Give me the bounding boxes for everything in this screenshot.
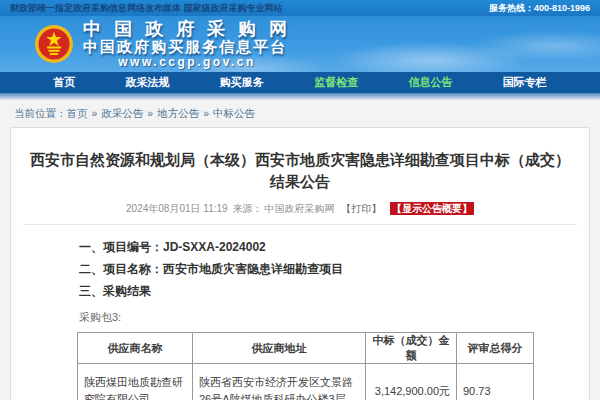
summary-badge[interactable]: 【显示公告概要】 (390, 202, 474, 215)
nav-item-3[interactable]: 购买服务 (220, 75, 264, 90)
site-subtitle: 中国政府购买服务信息平台 (83, 38, 291, 55)
national-emblem-icon (34, 24, 74, 64)
main-nav: 首页政采法规购买服务监督检查信息公告国际专栏 (0, 72, 600, 93)
article-meta: 2024年08月01日 11:19 来源：中国政府采购网 【打印】 【显示公告概… (11, 202, 589, 216)
package-label: 采购包3: (79, 310, 589, 325)
nav-item-5[interactable]: 信息公告 (408, 75, 452, 90)
hotline-label: 服务热线： (489, 3, 534, 13)
content-box: 西安市自然资源和规划局（本级）西安市地质灾害隐患详细勘查项目中标（成交）结果公告… (10, 127, 590, 400)
breadcrumb-label: 当前位置： (14, 107, 67, 121)
page-title-line1: 西安市自然资源和规划局（本级）西安市地质灾害隐患详细勘查项目中标（成交） (30, 151, 570, 168)
article-items: 一、项目编号：JD-SXXA-2024002二、项目名称：西安市地质灾害隐患详细… (79, 240, 589, 299)
site-header: 中 国 政 府 采 购 网 中国政府购买服务信息平台 www.ccgp.gov.… (0, 16, 600, 72)
nav-item-6[interactable]: 国际专栏 (503, 75, 547, 90)
table-header-row: 供应商名称供应商地址中标（成交）金额评审总得分 (78, 333, 534, 364)
cell-score: 90.73 (457, 364, 534, 400)
breadcrumb-item-2[interactable]: 政采公告 (101, 107, 143, 119)
service-hotline: 服务热线：400-810-1996 (489, 2, 590, 15)
result-table: 供应商名称供应商地址中标（成交）金额评审总得分 陕西煤田地质勘查研究院有限公司陕… (77, 332, 534, 400)
table-header-cell: 供应商地址 (193, 333, 366, 364)
table-row: 陕西煤田地质勘查研究院有限公司陕西省西安市经济开发区文景路26号A陕煤地质科研办… (78, 364, 534, 400)
topbar: 财政部唯一指定政府采购信息网络发布媒体 国家级政府采购专业网站 服务热线：400… (0, 0, 600, 16)
cell-address: 陕西省西安市经济开发区文景路26号A陕煤地质科研办公楼3层 (193, 364, 366, 400)
breadcrumb-item-1[interactable]: 首页 (67, 107, 88, 119)
breadcrumb: 当前位置：首页»政采公告»地方公告»中标公告 (0, 100, 600, 127)
table-header-cell: 供应商名称 (78, 333, 193, 364)
meta-divider (23, 224, 577, 225)
breadcrumb-item-4[interactable]: 中标公告 (213, 107, 255, 119)
table-header-cell: 中标（成交）金额 (366, 333, 457, 364)
nav-fade-strip (0, 93, 600, 100)
article-item-2: 二、项目名称：西安市地质灾害隐患详细勘查项目 (79, 262, 589, 277)
hotline-number: 400-810-1996 (534, 3, 590, 13)
article-item-1: 一、项目编号：JD-SXXA-2024002 (79, 240, 589, 255)
print-link[interactable]: 【打印】 (341, 203, 381, 214)
breadcrumb-separator: » (92, 107, 98, 119)
page: 财政部唯一指定政府采购信息网络发布媒体 国家级政府采购专业网站 服务热线：400… (0, 0, 600, 400)
breadcrumb-separator: » (147, 107, 153, 119)
site-identity: 中 国 政 府 采 购 网 中国政府购买服务信息平台 www.ccgp.gov.… (83, 20, 291, 69)
page-title-line2: 结果公告 (270, 173, 330, 190)
nav-item-1[interactable]: 首页 (53, 75, 75, 90)
topbar-slogan: 财政部唯一指定政府采购信息网络发布媒体 国家级政府采购专业网站 (10, 2, 283, 15)
publish-date: 2024年08月01日 11:19 (126, 203, 228, 214)
site-url[interactable]: www.ccgp.gov.cn (83, 55, 291, 69)
source-label: 来源： (232, 203, 262, 214)
table-header-cell: 评审总得分 (457, 333, 534, 364)
cell-amount: 3,142,900.00元 (366, 364, 457, 400)
cell-supplier: 陕西煤田地质勘查研究院有限公司 (78, 364, 193, 400)
nav-item-4[interactable]: 监督检查 (314, 75, 358, 90)
breadcrumb-item-3[interactable]: 地方公告 (157, 107, 199, 119)
source-name: 中国政府采购网 (264, 203, 334, 214)
article-item-3: 三、采购结果 (79, 284, 589, 299)
page-title: 西安市自然资源和规划局（本级）西安市地质灾害隐患详细勘查项目中标（成交）结果公告 (25, 149, 575, 193)
breadcrumb-separator: » (203, 107, 209, 119)
breadcrumb-items: 首页»政采公告»地方公告»中标公告 (67, 107, 256, 121)
nav-item-2[interactable]: 政采法规 (125, 75, 169, 90)
site-name: 中 国 政 府 采 购 网 (83, 20, 291, 38)
